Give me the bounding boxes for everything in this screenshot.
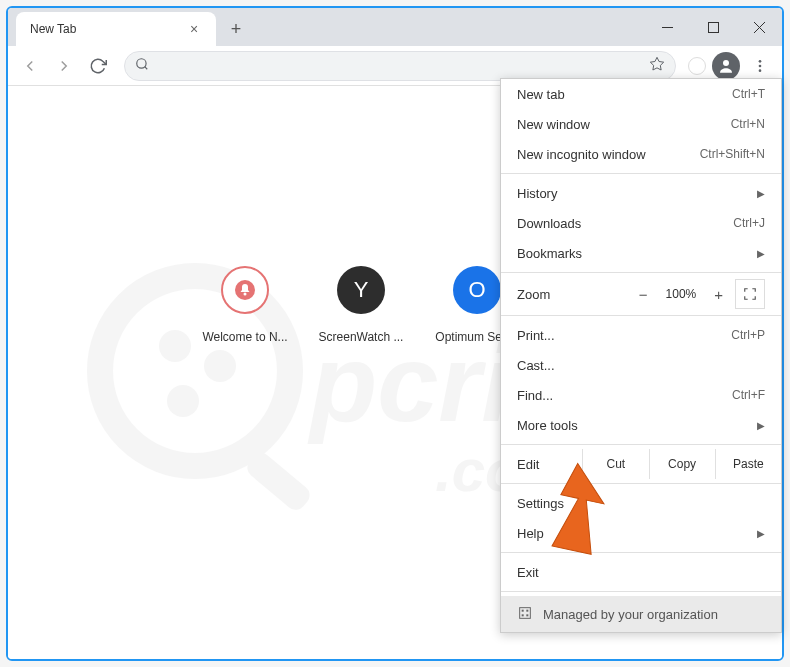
svg-point-19 — [244, 293, 247, 296]
menu-more-tools[interactable]: More tools▶ — [501, 410, 781, 440]
menu-separator — [501, 315, 781, 316]
minimize-button[interactable] — [644, 8, 690, 46]
svg-point-4 — [137, 58, 146, 67]
menu-separator — [501, 444, 781, 445]
svg-rect-24 — [526, 614, 528, 616]
zoom-out-button[interactable]: − — [635, 286, 652, 303]
menu-print[interactable]: Print...Ctrl+P — [501, 320, 781, 350]
svg-point-9 — [759, 64, 762, 67]
bookmark-star-icon[interactable] — [649, 56, 665, 76]
menu-separator — [501, 173, 781, 174]
svg-rect-20 — [520, 607, 531, 618]
profile-button[interactable] — [712, 52, 740, 80]
zoom-value: 100% — [666, 287, 697, 301]
close-tab-icon[interactable]: × — [186, 21, 202, 37]
chevron-right-icon: ▶ — [757, 248, 765, 259]
reload-button[interactable] — [84, 52, 112, 80]
svg-point-15 — [167, 385, 199, 417]
chevron-right-icon: ▶ — [757, 420, 765, 431]
chrome-menu-button[interactable] — [746, 52, 774, 80]
chevron-right-icon: ▶ — [757, 188, 765, 199]
search-icon — [135, 57, 149, 75]
back-button[interactable] — [16, 52, 44, 80]
shortcut-icon: O — [453, 266, 501, 314]
menu-downloads[interactable]: DownloadsCtrl+J — [501, 208, 781, 238]
shortcut-label: ScreenWatch ... — [317, 330, 405, 344]
menu-separator — [501, 483, 781, 484]
titlebar: New Tab × + — [8, 8, 782, 46]
menu-help[interactable]: Help▶ — [501, 518, 781, 548]
menu-managed-by-org[interactable]: Managed by your organization — [501, 596, 781, 632]
svg-point-8 — [759, 60, 762, 63]
managed-label: Managed by your organization — [543, 607, 718, 622]
shortcut-item[interactable]: Y ScreenWatch ... — [317, 266, 405, 344]
shortcut-label: Welcome to N... — [201, 330, 289, 344]
svg-line-5 — [145, 66, 148, 69]
address-bar[interactable] — [124, 51, 676, 81]
maximize-button[interactable] — [690, 8, 736, 46]
shortcut-item[interactable]: Welcome to N... — [201, 266, 289, 344]
shortcut-icon — [221, 266, 269, 314]
menu-separator — [501, 591, 781, 592]
menu-zoom: Zoom − 100% + — [501, 277, 781, 311]
chrome-menu-dropdown: New tabCtrl+T New windowCtrl+N New incog… — [500, 78, 782, 633]
fullscreen-button[interactable] — [735, 279, 765, 309]
paste-button[interactable]: Paste — [715, 449, 781, 479]
svg-rect-23 — [522, 614, 524, 616]
menu-separator — [501, 552, 781, 553]
menu-new-tab[interactable]: New tabCtrl+T — [501, 79, 781, 109]
svg-rect-12 — [243, 449, 313, 514]
extension-indicator[interactable] — [688, 57, 706, 75]
zoom-in-button[interactable]: + — [710, 286, 727, 303]
menu-settings[interactable]: Settings — [501, 488, 781, 518]
menu-exit[interactable]: Exit — [501, 557, 781, 587]
close-window-button[interactable] — [736, 8, 782, 46]
svg-point-7 — [723, 60, 729, 66]
new-tab-button[interactable]: + — [222, 15, 250, 43]
svg-rect-22 — [526, 609, 528, 611]
copy-button[interactable]: Copy — [649, 449, 715, 479]
browser-tab[interactable]: New Tab × — [16, 12, 216, 46]
building-icon — [517, 605, 533, 624]
svg-rect-21 — [522, 609, 524, 611]
svg-point-14 — [204, 350, 236, 382]
menu-find[interactable]: Find...Ctrl+F — [501, 380, 781, 410]
menu-separator — [501, 272, 781, 273]
menu-edit: Edit Cut Copy Paste — [501, 449, 781, 479]
svg-point-13 — [159, 330, 191, 362]
menu-history[interactable]: History▶ — [501, 178, 781, 208]
tab-title: New Tab — [30, 22, 76, 36]
menu-bookmarks[interactable]: Bookmarks▶ — [501, 238, 781, 268]
forward-button[interactable] — [50, 52, 78, 80]
menu-new-incognito[interactable]: New incognito windowCtrl+Shift+N — [501, 139, 781, 169]
window-controls — [644, 8, 782, 46]
cut-button[interactable]: Cut — [582, 449, 648, 479]
chevron-right-icon: ▶ — [757, 528, 765, 539]
shortcut-icon: Y — [337, 266, 385, 314]
svg-rect-1 — [708, 22, 718, 32]
menu-new-window[interactable]: New windowCtrl+N — [501, 109, 781, 139]
svg-marker-6 — [650, 57, 663, 70]
svg-point-10 — [759, 69, 762, 72]
menu-cast[interactable]: Cast... — [501, 350, 781, 380]
